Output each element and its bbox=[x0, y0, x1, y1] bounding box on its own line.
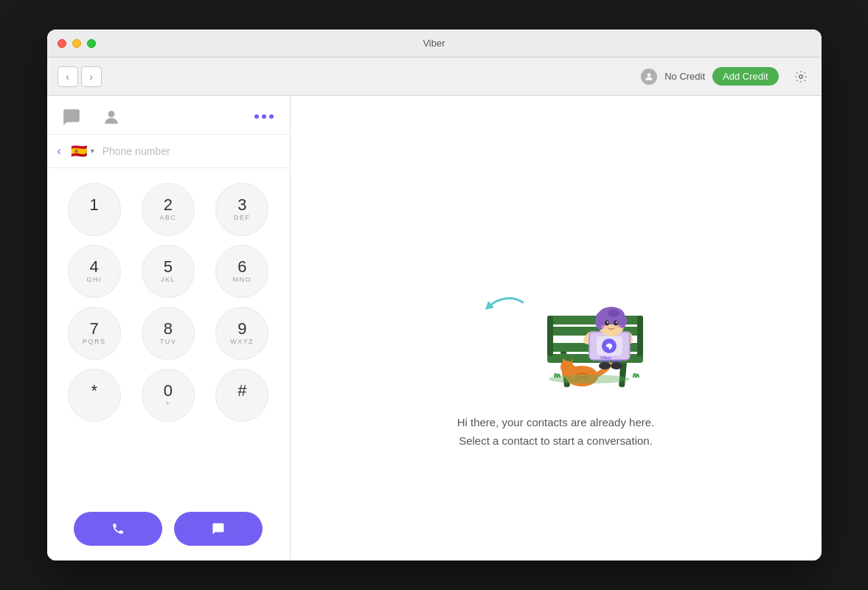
svg-rect-16 bbox=[637, 316, 643, 356]
svg-point-45 bbox=[549, 375, 630, 384]
left-panel: ‹ 🇪🇸 ▼ 12ABC3DEF4GHI5JKL6MNO7PQRS8TUV9WX… bbox=[47, 96, 291, 560]
tab-contacts[interactable] bbox=[102, 108, 121, 127]
flag-emoji: 🇪🇸 bbox=[71, 143, 87, 159]
nav-buttons: ‹ › bbox=[58, 66, 102, 87]
svg-rect-15 bbox=[547, 316, 553, 356]
dialpad-actions bbox=[47, 502, 290, 560]
tab-chat[interactable] bbox=[62, 108, 81, 127]
phone-number-input[interactable] bbox=[103, 145, 282, 157]
svg-text:Viber: Viber bbox=[600, 355, 612, 360]
dial-key-#[interactable]: # bbox=[215, 369, 268, 422]
flag-caret-icon: ▼ bbox=[89, 148, 96, 155]
toolbar: ‹ › No Credit Add Credit bbox=[47, 58, 822, 96]
phone-back-arrow[interactable]: ‹ bbox=[55, 145, 64, 158]
close-button[interactable] bbox=[58, 39, 66, 48]
dial-key-4[interactable]: 4GHI bbox=[68, 245, 121, 298]
forward-button[interactable]: › bbox=[81, 66, 102, 87]
window-controls bbox=[58, 39, 96, 48]
dial-key-6[interactable]: 6MNO bbox=[215, 245, 268, 298]
dial-key-2[interactable]: 2ABC bbox=[142, 183, 195, 236]
dialpad: 12ABC3DEF4GHI5JKL6MNO7PQRS8TUV9WXYZ*0+# bbox=[47, 168, 290, 502]
dial-key-7[interactable]: 7PQRS bbox=[68, 307, 121, 360]
message-button[interactable] bbox=[174, 512, 263, 546]
dial-key-8[interactable]: 8TUV bbox=[142, 307, 195, 360]
settings-button[interactable] bbox=[791, 66, 811, 87]
welcome-text: Hi there, your contacts are already here… bbox=[457, 413, 655, 451]
svg-point-27 bbox=[611, 362, 622, 369]
dial-key-0[interactable]: 0+ bbox=[142, 369, 195, 422]
svg-point-39 bbox=[605, 320, 609, 325]
welcome-line1: Hi there, your contacts are already here… bbox=[457, 413, 655, 432]
dial-key-5[interactable]: 5JKL bbox=[142, 245, 195, 298]
main-content: ‹ 🇪🇸 ▼ 12ABC3DEF4GHI5JKL6MNO7PQRS8TUV9WX… bbox=[47, 96, 822, 560]
credit-section: No Credit Add Credit bbox=[641, 66, 810, 87]
add-credit-button[interactable]: Add Credit bbox=[712, 67, 778, 86]
titlebar: Viber bbox=[47, 30, 822, 58]
user-avatar-icon bbox=[641, 69, 657, 85]
phone-input-row: ‹ 🇪🇸 ▼ bbox=[47, 135, 290, 168]
no-credit-label: No Credit bbox=[664, 71, 705, 82]
window-title: Viber bbox=[423, 38, 445, 49]
svg-rect-11 bbox=[547, 316, 643, 324]
svg-point-5 bbox=[269, 114, 274, 119]
back-button[interactable]: ‹ bbox=[58, 66, 78, 87]
minimize-button[interactable] bbox=[72, 39, 81, 48]
dial-key-9[interactable]: 9WXYZ bbox=[215, 307, 268, 360]
svg-point-1 bbox=[799, 74, 802, 78]
welcome-illustration: Viber bbox=[453, 206, 659, 398]
right-panel: Viber bbox=[291, 96, 822, 560]
svg-point-44 bbox=[616, 324, 622, 328]
flag-selector[interactable]: 🇪🇸 ▼ bbox=[67, 141, 100, 162]
welcome-line2: Select a contact to start a conversation… bbox=[457, 431, 655, 451]
dial-key-1[interactable]: 1 bbox=[68, 183, 121, 236]
svg-point-2 bbox=[108, 111, 114, 117]
svg-point-38 bbox=[608, 310, 619, 317]
dial-key-*[interactable]: * bbox=[68, 369, 121, 422]
svg-point-42 bbox=[616, 322, 617, 323]
call-button[interactable] bbox=[74, 512, 162, 546]
tab-more[interactable] bbox=[253, 108, 275, 127]
svg-point-26 bbox=[599, 362, 611, 369]
svg-point-43 bbox=[601, 324, 607, 328]
svg-point-4 bbox=[262, 114, 266, 119]
svg-point-3 bbox=[254, 114, 259, 119]
panel-tabs bbox=[47, 96, 290, 135]
svg-point-40 bbox=[614, 320, 618, 325]
svg-point-0 bbox=[647, 73, 651, 77]
dialpad-grid: 12ABC3DEF4GHI5JKL6MNO7PQRS8TUV9WXYZ*0+# bbox=[62, 176, 275, 429]
maximize-button[interactable] bbox=[87, 39, 96, 48]
app-window: Viber ‹ › No Credit Add Credit bbox=[47, 30, 822, 560]
svg-point-41 bbox=[607, 322, 608, 323]
dial-key-3[interactable]: 3DEF bbox=[215, 183, 268, 236]
